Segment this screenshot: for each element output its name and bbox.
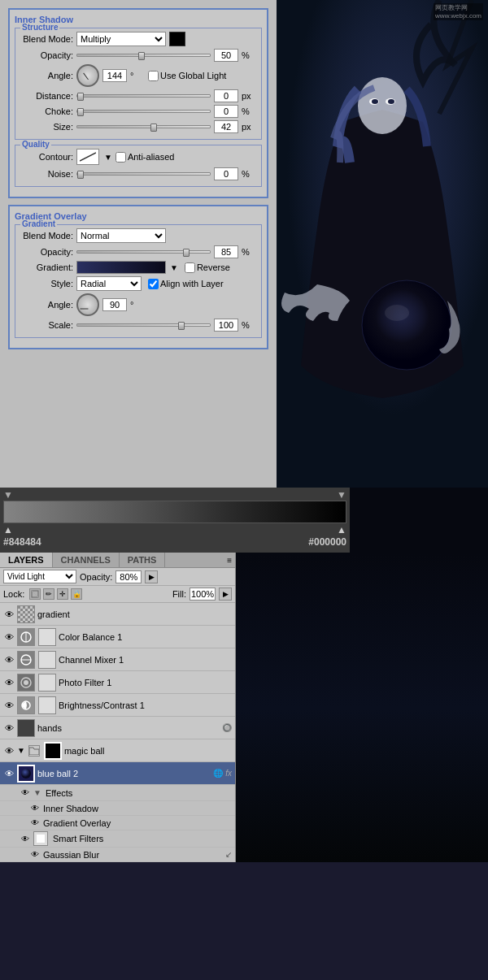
eye-gaussianblur[interactable]: 👁: [29, 849, 41, 861]
top-stop-right-icon[interactable]: ▼: [337, 489, 346, 501]
grad-bar-label: Gradient:: [20, 262, 73, 272]
mid-section: ▼ ▼ ▲ ▲ #848484 #000000: [0, 488, 488, 553]
layer-item-channel-mixer[interactable]: 👁 Channel Mixer 1: [0, 648, 235, 671]
layer-item-effects[interactable]: 👁 ▼ Effects: [0, 785, 235, 801]
layer-item-blue-ball-2[interactable]: 👁 blue ball 2 🌐 fx: [0, 762, 235, 785]
distance-unit: px: [242, 91, 256, 101]
layer-opacity-input[interactable]: 80%: [115, 570, 142, 583]
top-stop-left-icon[interactable]: ▼: [3, 489, 13, 501]
blend-color-swatch[interactable]: [169, 32, 185, 46]
choke-input[interactable]: 0: [214, 105, 238, 118]
contour-arrow[interactable]: ▼: [104, 153, 112, 162]
lock-bar: Lock: ✏ ✛ 🔒 Fill: 100% ▶: [0, 586, 235, 603]
distance-input[interactable]: 0: [214, 89, 238, 102]
eye-gradient[interactable]: 👁: [3, 609, 15, 620]
lock-all-btn[interactable]: 🔒: [71, 588, 82, 600]
lock-paint-btn[interactable]: ✏: [43, 588, 54, 600]
eye-brightness[interactable]: 👁: [3, 700, 15, 711]
fill-input[interactable]: 100%: [190, 588, 216, 601]
distance-slider[interactable]: [76, 94, 211, 98]
layer-item-gradient[interactable]: 👁 gradient: [0, 603, 235, 626]
bottom-stop-right-icon[interactable]: ▲: [337, 524, 346, 536]
tab-paths[interactable]: PATHS: [120, 553, 166, 567]
grad-opacity-unit: %: [242, 247, 256, 257]
layer-blend-mode-select[interactable]: Vivid Light: [3, 570, 76, 583]
layer-item-photo-filter[interactable]: 👁 Photo Filter 1: [0, 671, 235, 694]
eye-channelmixer[interactable]: 👁: [3, 654, 15, 666]
grad-blend-select[interactable]: Normal: [76, 228, 166, 243]
noise-input[interactable]: 0: [214, 167, 238, 180]
lock-move-btn[interactable]: ✛: [57, 588, 68, 600]
align-layer-checkbox[interactable]: [148, 279, 159, 289]
eye-effects[interactable]: 👁: [20, 787, 31, 799]
global-light-label[interactable]: Use Global Light: [148, 71, 226, 81]
gaussianblur-name: Gaussian Blur: [43, 850, 223, 860]
grad-angle-input[interactable]: 90: [102, 298, 127, 311]
angle-unit: °: [130, 71, 145, 80]
opacity-arrow-btn[interactable]: ▶: [145, 570, 158, 583]
scale-slider[interactable]: [76, 323, 211, 327]
eye-hands[interactable]: 👁: [3, 722, 15, 734]
svg-point-19: [21, 769, 31, 778]
layer-item-magic-ball[interactable]: 👁 ▼ magic ball: [0, 739, 235, 762]
grad-bar-arrow[interactable]: ▼: [170, 263, 178, 272]
fill-arrow-btn[interactable]: ▶: [219, 588, 232, 601]
channelmixer-thumb: [17, 651, 35, 669]
eye-colorbalance[interactable]: 👁: [3, 631, 15, 643]
eye-photofilter[interactable]: 👁: [3, 677, 15, 688]
opacity-input[interactable]: 50: [214, 49, 238, 62]
brightness-thumb: [17, 696, 35, 714]
smartfilters-thumb: [33, 831, 48, 846]
layer-item-color-balance[interactable]: 👁 Color Balance 1: [0, 626, 235, 648]
anti-aliased-checkbox[interactable]: [115, 152, 126, 163]
eye-smartfilters[interactable]: 👁: [20, 833, 31, 844]
layer-item-smart-filters[interactable]: 👁 Smart Filters: [0, 830, 235, 848]
grad-opacity-row: Opacity: 85 %: [20, 245, 256, 258]
lock-transparent-btn[interactable]: [29, 588, 41, 600]
global-light-checkbox[interactable]: [148, 71, 159, 81]
channelmixer-name: Channel Mixer 1: [59, 655, 232, 665]
bottom-stop-left-icon[interactable]: ▲: [3, 524, 13, 536]
eye-gradientoverlay[interactable]: 👁: [29, 817, 41, 829]
reverse-label[interactable]: Reverse: [185, 262, 230, 273]
scale-input[interactable]: 100: [214, 319, 238, 332]
quality-label: Quality: [20, 140, 51, 149]
gaussianblur-arrow-icon: ↙: [225, 850, 232, 859]
grad-angle-dial[interactable]: [76, 293, 99, 316]
witch-photo-panel: 网页教学网 www.webjx.com: [277, 0, 488, 488]
layer-item-hands[interactable]: 👁 hands 🔘: [0, 717, 235, 739]
grad-opacity-input[interactable]: 85: [214, 245, 238, 258]
blend-mode-select[interactable]: Multiply Normal Screen: [76, 32, 166, 46]
lock-icons-group: ✏ ✛ 🔒: [29, 588, 82, 600]
layer-item-brightness-contrast[interactable]: 👁 Brightness/Contrast 1: [0, 694, 235, 717]
group-arrow-icon[interactable]: ▼: [17, 746, 25, 755]
opacity-slider[interactable]: [76, 54, 211, 57]
gradient-strip[interactable]: [3, 501, 346, 523]
size-input[interactable]: 42: [214, 120, 238, 133]
grad-opacity-slider[interactable]: [76, 250, 211, 254]
anti-aliased-label[interactable]: Anti-aliased: [115, 152, 174, 163]
gradient-bar-preview[interactable]: [76, 261, 166, 274]
blueball2-name: blue ball 2: [37, 769, 211, 778]
eye-blueball2[interactable]: 👁: [3, 768, 15, 779]
brightness-name: Brightness/Contrast 1: [59, 700, 232, 710]
tab-layers[interactable]: LAYERS: [0, 553, 53, 567]
contour-preview[interactable]: [76, 149, 99, 165]
layer-item-inner-shadow[interactable]: 👁 Inner Shadow: [0, 801, 235, 816]
angle-input[interactable]: 144: [102, 69, 127, 82]
align-layer-label[interactable]: Align with Layer: [148, 279, 224, 289]
angle-dial[interactable]: [76, 64, 99, 87]
layer-item-gaussian-blur[interactable]: 👁 Gaussian Blur ↙: [0, 848, 235, 862]
eye-magicball[interactable]: 👁: [3, 745, 15, 757]
choke-slider[interactable]: [76, 110, 211, 113]
noise-slider[interactable]: [76, 172, 211, 176]
noise-row: Noise: 0 %: [20, 167, 256, 180]
size-slider[interactable]: [76, 125, 211, 128]
layer-item-gradient-overlay[interactable]: 👁 Gradient Overlay: [0, 816, 235, 830]
style-select[interactable]: Radial Linear: [76, 276, 142, 291]
effects-arrow-icon[interactable]: ▼: [33, 788, 41, 797]
eye-innershadow[interactable]: 👁: [29, 803, 41, 814]
tab-channels[interactable]: CHANNELS: [53, 553, 120, 567]
tabs-overflow-btn[interactable]: ≡: [165, 553, 235, 567]
reverse-checkbox[interactable]: [185, 262, 195, 273]
